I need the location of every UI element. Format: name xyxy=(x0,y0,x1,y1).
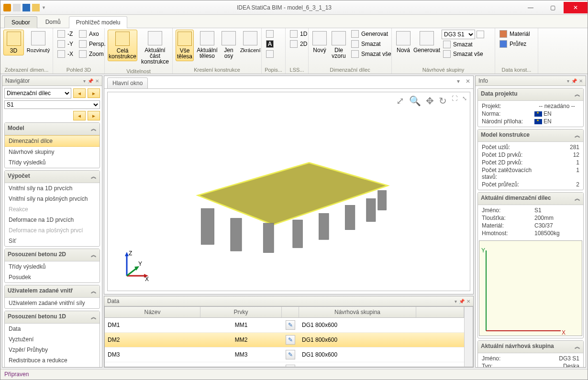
nav-item-design-groups[interactable]: Návrhové skupiny xyxy=(5,147,100,157)
data-material[interactable]: Materiál xyxy=(498,30,532,38)
close-button[interactable]: ✕ xyxy=(564,2,588,13)
dg-new[interactable]: Nová xyxy=(395,30,412,54)
vis-current-part[interactable]: Aktuální část konstrukce xyxy=(140,30,170,66)
info-section-header[interactable]: Data projektu︽ xyxy=(478,88,583,101)
nav-item[interactable]: Třídy výsledků xyxy=(5,261,100,272)
label-btn-2[interactable]: A xyxy=(265,40,275,48)
rotate-icon[interactable]: ↻ xyxy=(439,95,447,107)
scrollbar[interactable] xyxy=(464,307,473,367)
nav-item[interactable]: Vzpěr/ Průhyby xyxy=(5,345,100,355)
tab-home[interactable]: Domů xyxy=(38,16,68,28)
dm-by-template[interactable]: Dle vzoru xyxy=(331,30,347,60)
view-neg-z[interactable]: -Z xyxy=(56,30,75,38)
nav-item[interactable]: Vnitřní síly na plošných prvcích xyxy=(5,194,100,204)
info-section-header[interactable]: Model konstrukce︽ xyxy=(478,130,583,142)
nav-prev2-button[interactable]: ◄ xyxy=(73,111,86,120)
panel-close-icon[interactable]: ✕ xyxy=(579,78,583,84)
qat-dropdown-icon[interactable]: ▼ xyxy=(42,5,46,10)
view-persp[interactable]: Persp. xyxy=(78,40,107,48)
pan-icon[interactable]: ✥ xyxy=(426,95,434,107)
table-row[interactable]: DM3MM3✎DG1 800x600 xyxy=(105,347,464,362)
view-unrolled-button[interactable]: Rozvinutý xyxy=(27,30,50,54)
nav-item[interactable]: Vyztužení xyxy=(5,334,100,345)
col-elements[interactable]: Prvky xyxy=(200,307,282,317)
panel-menu-icon[interactable]: ▾ xyxy=(455,299,457,304)
nav-item[interactable]: Deformace na 1D prvcích xyxy=(5,215,100,225)
section-header[interactable]: Uživatelem zadané vnitř︽ xyxy=(5,285,100,298)
nav-prev-button[interactable]: ◄ xyxy=(73,88,86,98)
zoom-extents-icon[interactable]: ⤢ xyxy=(396,95,404,107)
lss-2d[interactable]: 2D xyxy=(288,40,309,48)
pin-icon[interactable]: 📌 xyxy=(571,78,577,84)
dg-delete[interactable]: Smazat xyxy=(442,40,485,49)
viewport-3d[interactable]: ⤢ 🔍 ✥ ↻ ⛶ ⤡ xyxy=(107,92,470,291)
minimize-button[interactable]: — xyxy=(520,2,542,13)
maximize-button[interactable]: ▢ xyxy=(542,2,564,13)
nav-type-select[interactable]: Dimenzační dílec xyxy=(4,88,71,98)
draw-axes-only[interactable]: Jen osy xyxy=(221,30,237,60)
nav-next-button[interactable]: ► xyxy=(88,88,100,98)
edit-icon[interactable]: ✎ xyxy=(286,365,295,367)
dg-select[interactable]: DG3 S1 xyxy=(442,30,475,39)
label-btn-3[interactable] xyxy=(265,50,275,58)
zoom-icon[interactable]: 🔍 xyxy=(409,95,421,107)
dg-delete-all[interactable]: Smazat vše xyxy=(442,50,485,58)
label-btn-1[interactable] xyxy=(265,30,275,38)
save-icon[interactable] xyxy=(22,4,30,11)
nav-item[interactable]: Výsledky xyxy=(5,366,100,367)
dm-delete[interactable]: Smazat xyxy=(350,40,393,48)
tab-model-viewer[interactable]: Prohlížeč modelu xyxy=(69,16,128,28)
col-name[interactable]: Název xyxy=(105,307,200,317)
table-row[interactable]: DM4MM4✎DG2 400x400 xyxy=(105,362,464,367)
section-header[interactable]: Posouzení betonu 2D︽ xyxy=(5,249,100,261)
table-row[interactable]: DM2MM2✎DG1 800x600 xyxy=(105,333,464,347)
view-neg-y[interactable]: -Y xyxy=(56,40,75,48)
draw-current-solid[interactable]: Aktuální těleso xyxy=(197,30,218,60)
panel-close-icon[interactable]: ✕ xyxy=(95,78,99,84)
view-axo[interactable]: Axo xyxy=(78,30,107,38)
panel-menu-icon[interactable]: ▾ xyxy=(567,78,569,84)
edit-icon[interactable]: ✎ xyxy=(286,335,295,345)
col-design-group[interactable]: Návrhová skupina xyxy=(299,307,416,317)
nav-item[interactable]: Síť xyxy=(5,236,100,246)
dg-edit-icon[interactable] xyxy=(477,31,484,38)
nav-item[interactable]: Vnitřní síly na 1D prvcích xyxy=(5,183,100,194)
qat-icon[interactable] xyxy=(13,4,21,11)
main-view-tab[interactable]: Hlavní okno xyxy=(107,77,148,89)
section-header[interactable]: Výpočet︽ xyxy=(5,171,100,183)
dm-generate[interactable]: Generovat xyxy=(350,30,393,38)
view-3d-button[interactable]: 3D xyxy=(3,30,24,55)
nav-next2-button[interactable]: ► xyxy=(88,111,100,120)
nav-item-select[interactable]: S1 xyxy=(4,100,100,109)
dm-new[interactable]: Nový xyxy=(311,30,328,54)
edit-icon[interactable]: ✎ xyxy=(286,320,295,330)
info-section-header[interactable]: Aktuální dimenzační dílec︽ xyxy=(478,193,583,205)
section-header[interactable]: Posouzení betonu 1D︽ xyxy=(5,311,100,324)
panel-close-icon[interactable]: ✕ xyxy=(466,299,470,304)
nav-item-result-classes[interactable]: Třídy výsledků xyxy=(5,157,100,168)
tab-file[interactable]: Soubor xyxy=(4,16,37,28)
info-section-header[interactable]: Aktuální návrhová skupina︽ xyxy=(478,341,583,353)
pin-icon[interactable]: 📌 xyxy=(459,299,465,304)
dm-delete-all[interactable]: Smazat vše xyxy=(350,50,393,58)
lss-1d[interactable]: 1D xyxy=(288,30,309,38)
panel-menu-icon[interactable]: ▾ xyxy=(83,78,86,84)
nav-item-dim-dilce[interactable]: Dimenzační dílce xyxy=(5,135,100,147)
view-neg-x[interactable]: -X xyxy=(56,50,75,58)
panel-menu-icon[interactable]: ▾ xyxy=(454,76,463,88)
pin-icon[interactable]: 📌 xyxy=(88,78,93,84)
expand-icon[interactable]: ⛶ xyxy=(452,95,457,107)
edit-icon[interactable]: ✎ xyxy=(286,350,295,359)
draw-all-solids[interactable]: Vše tělesa xyxy=(176,30,194,61)
data-section[interactable]: Průřez xyxy=(498,40,532,48)
view-zoom[interactable]: Zoom xyxy=(78,50,107,58)
nav-item[interactable]: Redistribuce a redukce xyxy=(5,355,100,366)
panel-close-icon[interactable]: ✕ xyxy=(463,76,473,88)
table-row[interactable]: DM1MM1✎DG1 800x600 xyxy=(105,318,464,333)
dg-generate[interactable]: Generovat xyxy=(415,30,439,54)
collapse-icon[interactable]: ⤡ xyxy=(462,95,467,107)
nav-item[interactable]: Posudek xyxy=(5,272,100,282)
draw-shortening[interactable]: Zkrácení xyxy=(240,30,261,54)
nav-item[interactable]: Data xyxy=(5,324,100,334)
open-icon[interactable] xyxy=(32,4,40,11)
